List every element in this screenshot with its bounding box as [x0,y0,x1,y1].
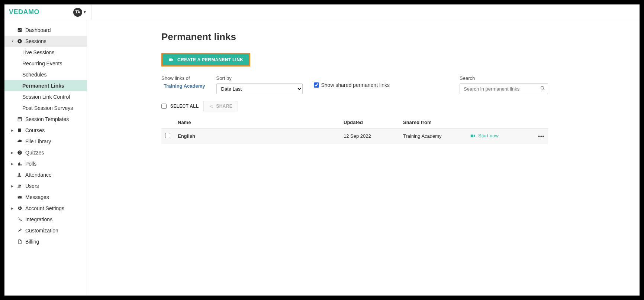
poll-icon [17,161,22,166]
nav-label: Permanent Links [22,83,64,89]
caret-right-icon: ▶ [11,162,14,166]
svg-rect-7 [20,164,21,166]
select-all-checkbox[interactable] [161,104,167,109]
question-icon: ? [17,150,22,155]
create-permanent-link-button[interactable]: CREATE A PERMANENT LINK [161,53,250,66]
share-label: SHARE [216,104,233,109]
sidebar-item-customization[interactable]: Customization [4,225,87,236]
svg-rect-0 [18,28,22,32]
sidebar-item-quizzes[interactable]: ▶ ? Quizzes [4,147,87,158]
nav-label: Billing [25,239,39,245]
nav-label: Courses [25,127,45,133]
select-all-label: SELECT ALL [170,104,199,109]
nav-label: Schedules [22,72,46,78]
col-name: Name [174,117,340,128]
nav-label: Attendance [25,172,52,178]
sidebar-item-courses[interactable]: ▶ Courses [4,125,87,136]
dashboard-icon [17,27,22,33]
sidebar-item-polls[interactable]: ▶ Polls [4,158,87,169]
nav-label: File Library [25,138,51,144]
sidebar-item-permanent-links[interactable]: Permanent Links [4,80,87,91]
sidebar-item-live-sessions[interactable]: Live Sessions [4,47,87,58]
sidebar-item-sessions[interactable]: ▼ Sessions [4,36,87,47]
sidebar-item-attendance[interactable]: Attendance [4,169,87,180]
template-icon [17,117,22,122]
sidebar-item-messages[interactable]: Messages [4,192,87,203]
sidebar-item-session-templates[interactable]: Session Templates [4,114,87,125]
sidebar-item-file-library[interactable]: File Library [4,136,87,147]
caret-down-icon: ▼ [11,40,14,43]
sidebar-item-billing[interactable]: Billing [4,236,87,247]
nav-label: Polls [25,161,36,167]
button-label: CREATE A PERMANENT LINK [177,57,243,62]
nav-label: Dashboard [25,27,51,33]
svg-point-8 [19,173,20,175]
svg-rect-5 [18,163,19,166]
page-title: Permanent links [161,31,548,43]
share-icon [209,104,213,108]
links-table: Name Updated Shared from English 12 Sep … [161,117,548,144]
row-checkbox[interactable] [165,133,170,138]
show-links-of-label: Show links of [161,75,205,81]
show-shared-label: Show shared permanent links [321,82,390,88]
nav-label: Session Templates [25,116,69,122]
gear-icon [17,206,22,211]
nav-label: Quizzes [25,150,44,156]
sidebar-item-schedules[interactable]: Schedules [4,69,87,80]
sidebar-item-recurring-events[interactable]: Recurring Events [4,58,87,69]
caret-down-icon: ▼ [83,10,87,14]
svg-point-17 [212,107,213,108]
caret-right-icon: ▶ [11,185,14,188]
more-actions-button[interactable]: ••• [529,128,548,144]
nav-label: Customization [25,228,58,234]
video-icon [470,133,475,138]
main-content: Permanent links CREATE A PERMANENT LINK … [87,20,640,296]
share-button[interactable]: SHARE [203,101,238,111]
play-circle-icon [17,39,22,44]
sidebar: Dashboard ▼ Sessions Live Sessions Recur… [4,20,87,296]
caret-right-icon: ▶ [11,207,14,210]
brand-logo: VEDAMO [9,8,39,16]
show-links-of-value[interactable]: Training Academy [161,83,205,89]
start-now-label: Start now [478,133,499,138]
file-icon [17,239,22,244]
caret-right-icon: ▶ [11,151,14,154]
nav-label: Messages [25,194,49,200]
topbar: VEDAMO TA ▼ [4,4,640,20]
sidebar-item-dashboard[interactable]: Dashboard [4,25,87,36]
sidebar-item-post-session-surveys[interactable]: Post Session Surveys [4,102,87,114]
user-menu[interactable]: TA ▼ [73,8,87,17]
select-all[interactable]: SELECT ALL [161,104,199,109]
nav-label: Session Link Control [22,94,70,100]
sort-by-label: Sort by [216,75,303,81]
svg-text:?: ? [19,151,21,154]
nav-label: Live Sessions [22,49,54,55]
search-icon [540,85,545,92]
svg-rect-2 [18,117,21,121]
users-icon [17,183,22,189]
cloud-icon [17,139,22,144]
nav-label: Account Settings [25,205,64,211]
svg-rect-11 [18,196,22,199]
nav-label: Recurring Events [22,61,62,66]
show-shared-checkbox[interactable] [314,82,319,88]
nav-label: Post Session Surveys [22,105,73,111]
row-name: English [174,128,340,144]
integrations-icon [17,217,22,222]
nav-label: Users [25,183,39,189]
search-label: Search [460,75,548,81]
sidebar-item-integrations[interactable]: Integrations [4,214,87,225]
sidebar-item-account-settings[interactable]: ▶ Account Settings [4,203,87,214]
col-updated: Updated [340,117,399,128]
svg-point-15 [209,106,210,107]
sidebar-item-session-link-control[interactable]: Session Link Control [4,91,87,102]
col-shared-from: Shared from [399,117,466,128]
sidebar-item-users[interactable]: ▶ Users [4,180,87,192]
person-icon [17,172,22,177]
start-now-link[interactable]: Start now [470,133,499,138]
row-updated: 12 Sep 2022 [340,128,399,144]
sort-select[interactable]: Date Last [216,83,303,94]
search-input[interactable] [460,83,548,94]
nav-label: Sessions [25,38,46,44]
nav-label: Integrations [25,216,52,222]
